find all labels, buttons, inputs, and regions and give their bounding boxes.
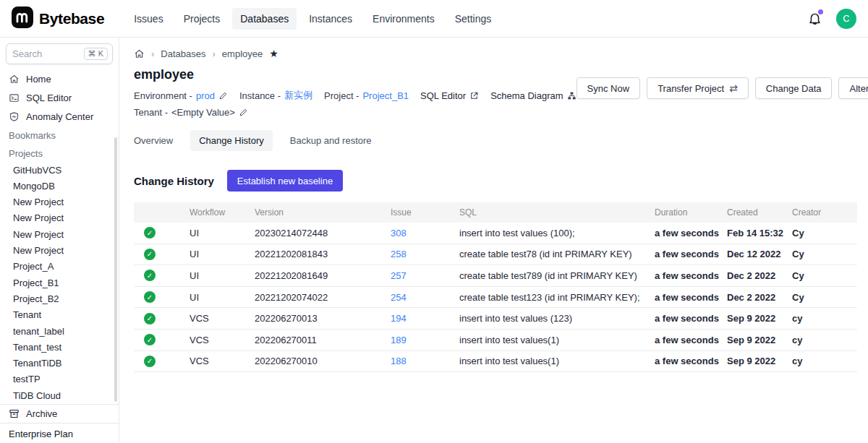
sidebar-item-sql-editor[interactable]: SQL Editor: [0, 89, 119, 108]
sync-now-button[interactable]: Sync Now: [576, 77, 641, 99]
project-list-item[interactable]: New Project: [0, 227, 119, 243]
project-list-item[interactable]: New Project: [0, 210, 119, 226]
change-history-section-head: Change History Establish new baseline: [134, 170, 857, 192]
project-list-item[interactable]: Tenant: [0, 307, 119, 323]
change-data-button[interactable]: Change Data: [755, 77, 833, 99]
edit-tenant-pencil-icon[interactable]: [239, 108, 248, 117]
transfer-project-button[interactable]: Transfer Project ⇄: [647, 77, 749, 99]
history-table-body: ✓ UI 20230214072448 308 insert into test…: [134, 223, 857, 372]
success-check-icon: ✓: [144, 291, 156, 303]
issue-link[interactable]: 257: [391, 270, 407, 281]
nav-databases[interactable]: Databases: [232, 8, 297, 30]
breadcrumb-databases[interactable]: Databases: [161, 48, 205, 59]
success-check-icon: ✓: [144, 249, 156, 260]
anomaly-shield-icon: [9, 111, 20, 122]
notifications-button[interactable]: [807, 11, 823, 27]
cell-duration: a few seconds: [655, 270, 727, 281]
tab-change-history[interactable]: Change History: [190, 130, 273, 151]
table-row[interactable]: ✓ UI 20221202074022 254 create table tes…: [134, 287, 857, 309]
table-header-cell: Duration: [655, 207, 727, 218]
issue-link[interactable]: 189: [391, 335, 407, 345]
project-list-item[interactable]: New Project: [0, 194, 119, 210]
bookmark-star-icon[interactable]: ★: [269, 48, 278, 59]
home-icon: [9, 74, 20, 85]
cell-version: 202206270010: [255, 356, 391, 366]
environment-link[interactable]: prod: [196, 90, 215, 101]
instance-link[interactable]: 新实例: [284, 89, 312, 102]
sidebar-scrollbar[interactable]: [114, 137, 117, 402]
table-row[interactable]: ✓ VCS 202206270013 194 insert into test …: [134, 308, 857, 330]
action-buttons: Sync Now Transfer Project ⇄ Change Data …: [576, 77, 868, 99]
tab-backup-and-restore[interactable]: Backup and restore: [281, 130, 380, 151]
bell-icon: [807, 16, 822, 28]
issue-link[interactable]: 308: [391, 228, 407, 238]
breadcrumb-employee[interactable]: employee: [222, 48, 263, 59]
database-meta-line-1: Environment - prod Instance - 新实例 Projec…: [134, 89, 576, 102]
tab-bar: OverviewChange HistoryBackup and restore: [125, 130, 857, 151]
instance-meta: Instance - 新实例: [239, 89, 312, 102]
issue-link[interactable]: 258: [391, 249, 407, 259]
project-list-item[interactable]: New Project: [0, 243, 119, 259]
table-header-cell: Created: [727, 207, 792, 218]
sidebar-item-home[interactable]: Home: [0, 70, 119, 89]
cell-sql: insert into test values (100);: [459, 228, 655, 238]
nav-issues[interactable]: Issues: [126, 8, 171, 30]
table-row[interactable]: ✓ UI 20221202081843 258 create table tes…: [134, 244, 857, 266]
project-list-item[interactable]: MongoDB: [0, 179, 119, 194]
breadcrumb-home-icon[interactable]: [134, 48, 145, 59]
project-list-item[interactable]: Tenant_test: [0, 340, 119, 356]
cell-created: Dec 2 2022: [727, 292, 792, 303]
cell-workflow: UI: [190, 292, 255, 303]
edit-labels-pencil-icon[interactable]: [218, 91, 228, 100]
cell-workflow: VCS: [190, 356, 255, 366]
sidebar-item-label: Anomaly Center: [26, 111, 93, 122]
table-row[interactable]: ✓ VCS 202206270010 188 insert into test …: [134, 351, 857, 373]
notification-dot: [818, 9, 823, 14]
search-input[interactable]: Search ⌘ K: [6, 43, 113, 64]
projects-section-label: Projects: [0, 145, 119, 163]
avatar[interactable]: C: [836, 9, 856, 29]
cell-created: Feb 14 15:32: [727, 228, 792, 238]
cell-duration: a few seconds: [655, 292, 727, 303]
table-row[interactable]: ✓ VCS 202206270011 189 insert into test …: [134, 330, 857, 351]
project-list-item[interactable]: GitHubVCS: [0, 163, 119, 179]
table-row[interactable]: ✓ UI 20230214072448 308 insert into test…: [134, 223, 857, 244]
success-check-icon: ✓: [144, 334, 156, 345]
bytebase-logo-icon: [12, 7, 33, 31]
cell-sql: insert into test values (123): [459, 313, 655, 324]
establish-baseline-button[interactable]: Establish new baseline: [227, 170, 343, 192]
cell-sql: insert into test values(1): [459, 356, 655, 366]
nav-instances[interactable]: Instances: [301, 8, 360, 30]
project-list-item[interactable]: tenant_label: [0, 324, 119, 340]
schema-diagram-link[interactable]: Schema Diagram: [490, 90, 576, 101]
project-link[interactable]: Project_B1: [362, 90, 409, 101]
sidebar-item-anomaly-center[interactable]: Anomaly Center: [0, 108, 119, 126]
issue-link[interactable]: 194: [391, 313, 407, 324]
cell-created: Dec 2 2022: [727, 270, 792, 281]
table-row[interactable]: ✓ UI 20221202081649 257 create table tes…: [134, 265, 857, 287]
action-button-label: Transfer Project: [658, 83, 724, 94]
nav-projects[interactable]: Projects: [176, 8, 229, 30]
plan-label: Enterprise Plan: [0, 423, 119, 442]
cell-creator: cy: [792, 335, 857, 345]
sql-editor-link[interactable]: SQL Editor: [420, 90, 479, 101]
issue-link[interactable]: 188: [391, 356, 407, 366]
tab-overview[interactable]: Overview: [125, 130, 182, 151]
action-button-label: Sync Now: [587, 83, 630, 94]
cell-workflow: VCS: [190, 313, 255, 324]
history-table: WorkflowVersionIssueSQLDurationCreatedCr…: [134, 202, 857, 372]
project-list-item[interactable]: testTP: [0, 371, 119, 387]
sidebar-item-archive[interactable]: Archive: [0, 404, 119, 423]
project-list-item[interactable]: Project_A: [0, 259, 119, 275]
table-header: WorkflowVersionIssueSQLDurationCreatedCr…: [134, 202, 857, 223]
nav-settings[interactable]: Settings: [447, 8, 500, 30]
brand[interactable]: Bytebase: [12, 7, 104, 31]
project-list-item[interactable]: TenantTiDB: [0, 356, 119, 371]
issue-link[interactable]: 254: [391, 292, 407, 303]
project-list-item[interactable]: Project_B1: [0, 275, 119, 291]
project-list-item[interactable]: TiDB Cloud: [0, 388, 119, 404]
alter-schema-button[interactable]: Alter Schema: [838, 77, 868, 99]
project-list-item[interactable]: Project_B2: [0, 291, 119, 307]
nav-environments[interactable]: Environments: [365, 8, 443, 30]
success-check-icon: ✓: [144, 270, 156, 281]
